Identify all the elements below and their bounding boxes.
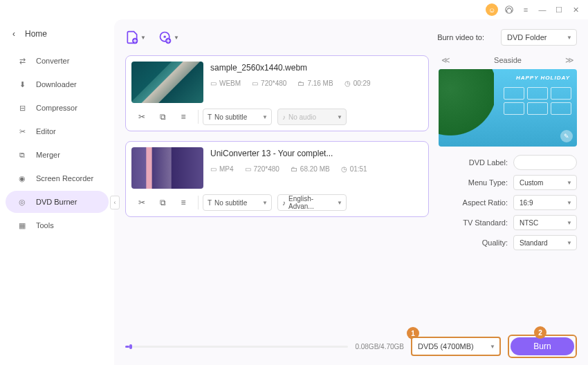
aspect-ratio-select[interactable]: 16:9▼ (513, 195, 577, 210)
collapse-sidebar-button[interactable]: ‹ (110, 196, 120, 209)
bottom-bar: 0.08GB/4.70GB 1 DVD5 (4700MB)▼ 2 Burn (125, 330, 577, 358)
file-name: sample_2560x1440.webm (210, 63, 423, 73)
progress-bar (125, 346, 348, 348)
titlebar: ☺ ≡ — ☐ ✕ (0, 0, 588, 19)
home-button[interactable]: ‹ Home (0, 25, 114, 48)
chevron-down-icon: ▼ (567, 220, 572, 226)
resolution-icon: ▭ (252, 79, 258, 87)
svg-point-3 (163, 36, 165, 38)
file-stats: ▭MP4 ▭720*480 🗀68.20 MB ◷01:51 (210, 165, 423, 173)
theme-panel: ≪ Seaside ≫ HAPPY HOLIDAY ✎ DVD Label: M… (439, 55, 577, 330)
burn-button[interactable]: Burn (511, 337, 574, 355)
resolution-icon: ▭ (245, 165, 251, 173)
subtitle-select[interactable]: TNo subtitle▼ (203, 194, 272, 211)
duration-icon: ◷ (341, 165, 347, 173)
tv-standard-select[interactable]: NTSC▼ (513, 215, 577, 230)
back-icon: ‹ (12, 29, 15, 39)
chevron-down-icon: ▼ (174, 35, 179, 41)
more-icon[interactable]: ≡ (173, 109, 194, 125)
progress-text: 0.08GB/4.70GB (355, 343, 404, 350)
minimize-icon[interactable]: — (537, 4, 548, 15)
format-icon: ▭ (210, 165, 217, 173)
dvd-label-input[interactable] (513, 155, 577, 170)
chevron-down-icon: ▼ (140, 35, 146, 41)
avatar-icon[interactable]: ☺ (486, 3, 498, 16)
theme-name: Seaside (494, 56, 522, 64)
audio-icon: ♪ (282, 113, 286, 121)
quality-label: Quality: (482, 238, 508, 247)
chevron-down-icon: ▼ (262, 114, 268, 120)
trim-icon[interactable]: ✂ (131, 194, 152, 211)
sidebar-item-compressor[interactable]: ⊟Compressor (6, 97, 109, 119)
thumbnail (131, 147, 203, 189)
home-label: Home (25, 29, 47, 39)
audio-icon: ♪ (282, 199, 286, 207)
menu-icon[interactable]: ≡ (520, 4, 531, 15)
chevron-down-icon: ▼ (567, 200, 572, 206)
theme-banner-text: HAPPY HOLIDAY (516, 75, 570, 81)
dvd-label-label: DVD Label: (469, 158, 508, 167)
editor-icon: ✂ (17, 126, 28, 137)
sidebar-item-tools[interactable]: ▦Tools (6, 214, 109, 236)
dvd-icon: ◎ (17, 196, 28, 207)
merger-icon: ⧉ (17, 149, 28, 160)
chevron-down-icon: ▼ (567, 35, 572, 41)
converter-icon: ⇄ (17, 55, 28, 66)
chevron-down-icon: ▼ (567, 180, 572, 186)
main-panel: ▼ ▼ Burn video to: DVD Folder▼ sample_25… (114, 19, 588, 365)
audio-select[interactable]: ♪English-Advan...▼ (277, 194, 347, 211)
file-card[interactable]: sample_2560x1440.webm ▭WEBM ▭720*480 🗀7.… (125, 55, 429, 131)
sidebar-item-dvd-burner[interactable]: ◎DVD Burner (6, 191, 109, 213)
size-icon: 🗀 (297, 79, 304, 87)
add-disc-button[interactable]: ▼ (158, 30, 179, 44)
toolbar: ▼ ▼ Burn video to: DVD Folder▼ (125, 29, 577, 46)
file-name: UniConverter 13 - Your complet... (210, 149, 423, 158)
sidebar-item-screen-recorder[interactable]: ◉Screen Recorder (6, 167, 109, 189)
maximize-icon[interactable]: ☐ (553, 4, 564, 15)
theme-prev-button[interactable]: ≪ (441, 55, 450, 65)
disc-type-select[interactable]: DVD5 (4700MB)▼ (411, 337, 501, 356)
chevron-down-icon: ▼ (262, 200, 268, 206)
subtitle-select[interactable]: TNo subtitle▼ (203, 109, 272, 125)
add-file-button[interactable]: ▼ (125, 30, 146, 44)
more-icon[interactable]: ≡ (173, 194, 194, 211)
menu-type-select[interactable]: Custom▼ (513, 175, 577, 190)
theme-next-button[interactable]: ≫ (565, 55, 574, 65)
tools-icon: ▦ (17, 220, 28, 231)
aspect-ratio-label: Aspect Ratio: (463, 198, 508, 207)
recorder-icon: ◉ (17, 173, 28, 184)
sidebar: ‹ Home ⇄Converter ⬇Downloader ⊟Compresso… (0, 19, 114, 365)
downloader-icon: ⬇ (17, 79, 28, 90)
format-icon: ▭ (210, 79, 217, 87)
tv-standard-label: TV Standard: (463, 218, 508, 227)
menu-type-label: Menu Type: (468, 178, 508, 187)
subtitle-icon: T (208, 113, 212, 121)
chevron-down-icon: ▼ (337, 200, 342, 206)
file-list: sample_2560x1440.webm ▭WEBM ▭720*480 🗀7.… (125, 55, 429, 330)
sidebar-item-downloader[interactable]: ⬇Downloader (6, 73, 109, 95)
crop-icon[interactable]: ⧉ (152, 194, 173, 211)
sidebar-item-editor[interactable]: ✂Editor (6, 120, 109, 142)
file-stats: ▭WEBM ▭720*480 🗀7.16 MB ◷00:29 (210, 79, 423, 87)
callout-badge-2: 2 (534, 326, 546, 339)
duration-icon: ◷ (344, 79, 351, 87)
file-card[interactable]: UniConverter 13 - Your complet... ▭MP4 ▭… (125, 141, 429, 217)
sidebar-item-merger[interactable]: ⧉Merger (6, 144, 109, 166)
chevron-down-icon: ▼ (490, 344, 495, 350)
burn-to-select[interactable]: DVD Folder▼ (501, 29, 577, 46)
chevron-down-icon: ▼ (337, 114, 342, 120)
chevron-down-icon: ▼ (567, 240, 572, 246)
subtitle-icon: T (208, 199, 212, 207)
edit-theme-icon[interactable]: ✎ (560, 130, 573, 142)
theme-preview[interactable]: HAPPY HOLIDAY ✎ (439, 69, 577, 147)
support-icon[interactable] (504, 4, 515, 15)
thumbnail (131, 62, 203, 103)
audio-select: ♪No audio▼ (277, 109, 347, 125)
close-icon[interactable]: ✕ (570, 4, 581, 15)
size-icon: 🗀 (291, 165, 297, 173)
burn-to-label: Burn video to: (437, 33, 484, 41)
sidebar-item-converter[interactable]: ⇄Converter (6, 50, 109, 72)
crop-icon[interactable]: ⧉ (152, 109, 173, 125)
quality-select[interactable]: Standard▼ (513, 235, 577, 250)
trim-icon[interactable]: ✂ (131, 109, 152, 125)
